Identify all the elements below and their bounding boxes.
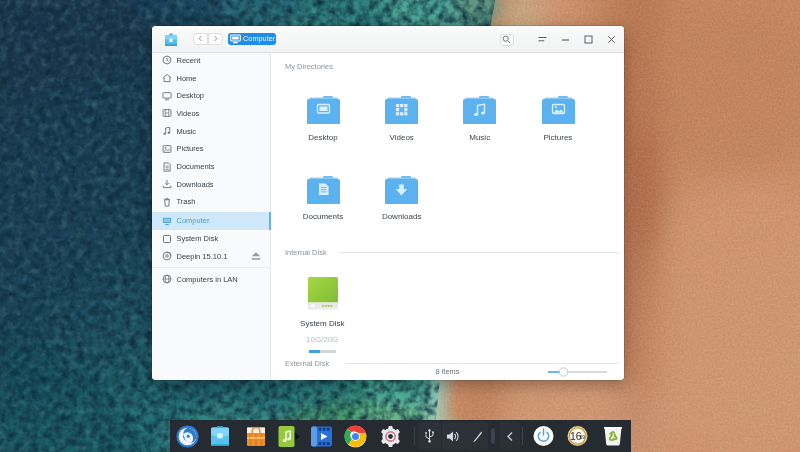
svg-text:59: 59: [579, 434, 585, 440]
